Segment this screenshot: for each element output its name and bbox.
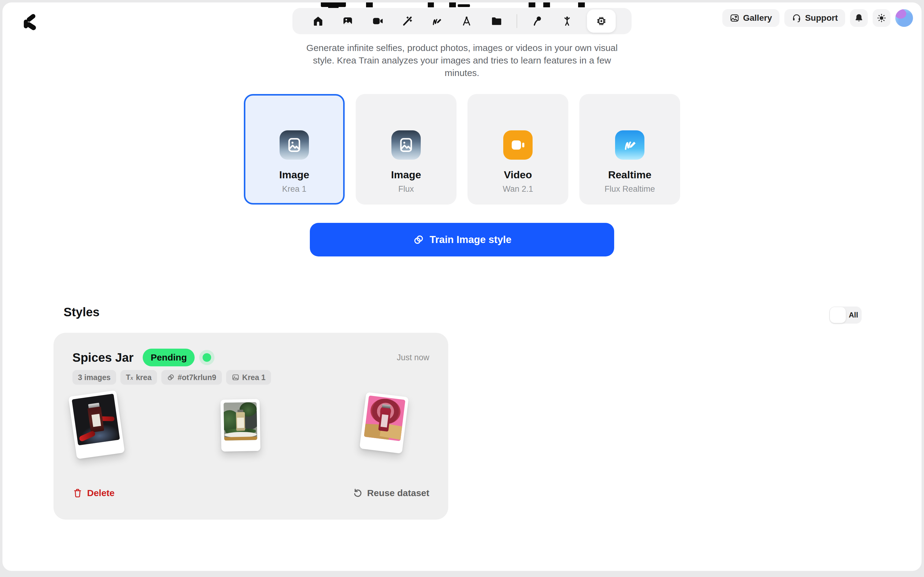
nav-home-button[interactable] <box>308 10 328 32</box>
reuse-label: Reuse dataset <box>367 488 429 498</box>
train-button-label: Train Image style <box>430 234 512 245</box>
status-badge: Pending <box>143 349 195 366</box>
trash-icon <box>73 488 83 498</box>
gallery-icon <box>730 13 740 23</box>
reuse-refresh-icon <box>353 488 363 498</box>
style-tags: 3 images Tx krea #ot7krlun9 Krea 1 <box>73 370 271 385</box>
thumbnail-photo-herb-jar <box>224 402 257 440</box>
header-actions: Gallery Support <box>722 9 913 27</box>
model-rings-icon <box>167 373 175 381</box>
motion-person-icon <box>561 15 573 27</box>
user-avatar[interactable] <box>895 9 913 27</box>
dataset-thumbnail-3[interactable] <box>359 392 409 454</box>
model-card-title: Image <box>391 169 421 181</box>
nav-voice-button[interactable] <box>527 10 547 32</box>
image-model-tile-icon <box>391 131 421 160</box>
style-card-spices-jar: Spices Jar Pending Just now 3 images Tx … <box>53 333 448 520</box>
bell-icon <box>854 13 864 23</box>
theme-toggle-button[interactable] <box>873 9 890 27</box>
style-name: Spices Jar <box>73 351 134 364</box>
styles-filter-toggle[interactable]: All <box>829 306 862 324</box>
toggle-knob[interactable] <box>830 307 846 323</box>
nav-enhance-button[interactable] <box>397 10 417 32</box>
model-card-subtitle: Wan 2.1 <box>502 184 533 194</box>
dataset-thumbnail-1[interactable] <box>68 390 125 459</box>
nav-assets-button[interactable] <box>487 10 506 32</box>
voice-mic-icon <box>531 15 543 27</box>
train-image-style-button[interactable]: Train Image style <box>310 223 614 256</box>
model-card-title: Video <box>504 169 532 181</box>
trigger-word-icon: Tx <box>126 373 133 382</box>
model-card-title: Image <box>279 169 309 181</box>
styles-section-title: Styles <box>63 305 100 319</box>
tag-model-hash: #ot7krlun9 <box>162 370 221 385</box>
model-card-image-krea1[interactable]: Image Krea 1 <box>244 94 345 205</box>
style-timestamp: Just now <box>397 353 429 363</box>
train-chip-icon <box>596 15 607 27</box>
status-dot <box>203 353 211 362</box>
home-icon <box>312 15 324 27</box>
nav-3d-button[interactable] <box>457 10 477 32</box>
support-headset-icon <box>792 13 801 23</box>
reuse-dataset-button[interactable]: Reuse dataset <box>353 488 429 498</box>
video-model-tile-icon <box>503 131 533 160</box>
app-window: Gallery Support Generate infinite selfie… <box>2 2 922 571</box>
image-model-icon <box>232 373 239 381</box>
thumbnail-photo-dark-chili-jar <box>72 393 120 445</box>
thumbnail-photo-pink-jar <box>364 395 405 441</box>
toggle-label: All <box>846 311 861 319</box>
tag-base-model: Krea 1 <box>226 370 271 385</box>
model-card-row: Image Krea 1 Image Flux Video Wan 2.1 Re… <box>244 94 680 205</box>
delete-style-button[interactable]: Delete <box>73 488 115 498</box>
assets-folder-icon <box>491 15 502 27</box>
compass-icon <box>461 15 472 27</box>
support-button[interactable]: Support <box>784 9 845 27</box>
nav-draw-button[interactable] <box>427 10 447 32</box>
model-card-subtitle: Flux <box>398 184 414 194</box>
nav-motion-button[interactable] <box>557 10 577 32</box>
enhance-wand-icon <box>402 15 413 27</box>
model-card-realtime-flux[interactable]: Realtime Flux Realtime <box>579 94 680 205</box>
realtime-model-tile-icon <box>615 131 645 160</box>
model-card-subtitle: Flux Realtime <box>604 184 655 194</box>
model-card-subtitle: Krea 1 <box>282 184 307 194</box>
notifications-button[interactable] <box>850 9 868 27</box>
nav-train-button[interactable] <box>587 10 616 33</box>
page-subtitle: Generate infinite selfies, product photo… <box>305 42 619 79</box>
image-icon <box>342 15 354 27</box>
model-card-video-wan[interactable]: Video Wan 2.1 <box>467 94 568 205</box>
sun-icon <box>877 13 887 23</box>
krea-logo[interactable] <box>20 13 39 32</box>
model-card-image-flux[interactable]: Image Flux <box>356 94 457 205</box>
train-rings-icon <box>412 234 425 246</box>
nav-video-button[interactable] <box>368 10 388 32</box>
image-model-tile-icon <box>279 131 309 160</box>
style-card-actions: Delete Reuse dataset <box>73 488 429 498</box>
gallery-label: Gallery <box>743 13 772 23</box>
draw-pencil-icon <box>431 15 443 27</box>
dataset-thumbnail-2[interactable] <box>221 399 261 451</box>
model-card-title: Realtime <box>608 169 651 181</box>
tag-image-count: 3 images <box>73 370 116 385</box>
gallery-button[interactable]: Gallery <box>722 9 779 27</box>
style-card-header: Spices Jar Pending Just now <box>73 349 429 366</box>
nav-divider <box>516 14 517 28</box>
tag-trigger-word: Tx krea <box>120 370 157 385</box>
support-label: Support <box>805 13 838 23</box>
video-icon <box>372 15 383 27</box>
nav-image-button[interactable] <box>338 10 357 32</box>
main-nav <box>292 8 632 34</box>
delete-label: Delete <box>87 488 115 498</box>
